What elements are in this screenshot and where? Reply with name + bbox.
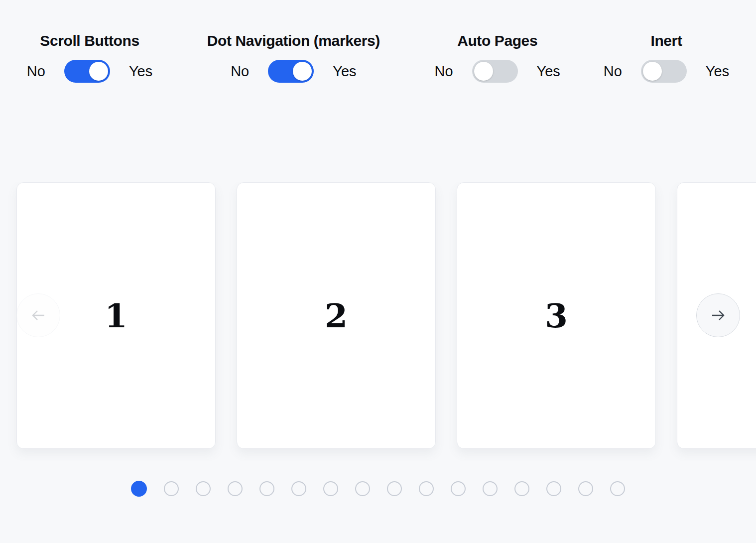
control-title-dot-navigation: Dot Navigation (markers) bbox=[194, 32, 393, 50]
control-title-auto-pages: Auto Pages bbox=[433, 32, 562, 50]
page-dot-2[interactable] bbox=[164, 481, 179, 496]
toggle-knob bbox=[643, 62, 662, 81]
toggle-no-label: No bbox=[604, 60, 622, 83]
toggle-yes-label: Yes bbox=[537, 60, 560, 83]
toggle-yes-label: Yes bbox=[333, 60, 356, 83]
arrow-left-icon bbox=[29, 306, 47, 324]
page-dot-11[interactable] bbox=[451, 481, 466, 496]
toggle-yes-label: Yes bbox=[706, 60, 729, 83]
carousel-slide-3: 3 bbox=[457, 182, 656, 449]
control-title-scroll-buttons: Scroll Buttons bbox=[25, 32, 154, 50]
prev-button[interactable] bbox=[16, 293, 60, 337]
page-dot-10[interactable] bbox=[419, 481, 434, 496]
toggle-knob bbox=[474, 62, 493, 81]
page-dot-6[interactable] bbox=[291, 481, 306, 496]
page-dot-4[interactable] bbox=[228, 481, 243, 496]
carousel-slide-2: 2 bbox=[237, 182, 436, 449]
next-button[interactable] bbox=[696, 293, 740, 337]
control-group-auto-pages: Auto Pages No Yes bbox=[433, 32, 562, 83]
slide-number: 3 bbox=[545, 296, 568, 335]
slide-number: 2 bbox=[325, 296, 348, 335]
toggle-no-label: No bbox=[434, 60, 453, 83]
toggle-row: No Yes bbox=[194, 60, 393, 83]
scroll-buttons-toggle[interactable] bbox=[64, 60, 110, 83]
auto-pages-toggle[interactable] bbox=[472, 60, 518, 83]
page-dot-12[interactable] bbox=[483, 481, 498, 496]
control-title-inert: Inert bbox=[602, 32, 731, 50]
carousel: 1 2 3 bbox=[0, 182, 756, 449]
control-group-dot-navigation: Dot Navigation (markers) No Yes bbox=[194, 32, 393, 83]
inert-toggle[interactable] bbox=[641, 60, 687, 83]
arrow-right-icon bbox=[709, 306, 727, 324]
toggle-no-label: No bbox=[27, 60, 45, 83]
toggle-yes-label: Yes bbox=[129, 60, 152, 83]
page-dot-5[interactable] bbox=[259, 481, 274, 496]
control-group-scroll-buttons: Scroll Buttons No Yes bbox=[25, 32, 154, 83]
toggle-row: No Yes bbox=[25, 60, 154, 83]
toggle-no-label: No bbox=[231, 60, 249, 83]
carousel-settings: Scroll Buttons No Yes Dot Navigation (ma… bbox=[0, 0, 756, 83]
toggle-row: No Yes bbox=[602, 60, 731, 83]
toggle-knob bbox=[89, 62, 108, 81]
toggle-knob bbox=[293, 62, 312, 81]
page-dot-3[interactable] bbox=[196, 481, 211, 496]
control-group-inert: Inert No Yes bbox=[602, 32, 731, 83]
page-dot-16[interactable] bbox=[610, 481, 625, 496]
page-dot-14[interactable] bbox=[546, 481, 561, 496]
page-dot-13[interactable] bbox=[514, 481, 529, 496]
slide-number: 1 bbox=[105, 296, 127, 335]
page-dot-1[interactable] bbox=[131, 481, 147, 497]
page-dot-9[interactable] bbox=[387, 481, 402, 496]
carousel-viewport[interactable]: 1 2 3 bbox=[0, 182, 756, 461]
dot-navigation bbox=[0, 481, 756, 497]
toggle-row: No Yes bbox=[433, 60, 562, 83]
page-dot-7[interactable] bbox=[323, 481, 338, 496]
carousel-track: 1 2 3 bbox=[0, 182, 756, 449]
page-dot-8[interactable] bbox=[355, 481, 370, 496]
page-dot-15[interactable] bbox=[578, 481, 593, 496]
dot-navigation-toggle[interactable] bbox=[268, 60, 314, 83]
